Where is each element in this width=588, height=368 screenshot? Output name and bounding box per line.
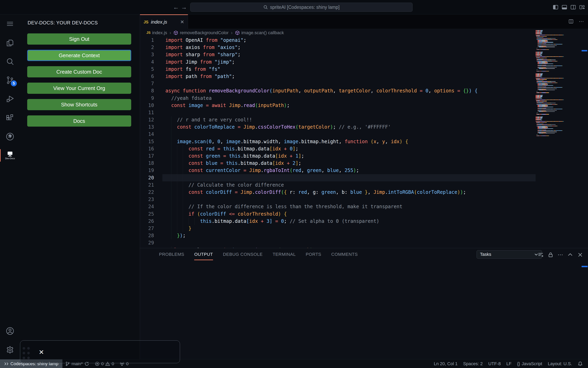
line-text: // r and t are very cool!! (165, 116, 252, 123)
keyboard-layout-status[interactable]: Layout: U.S. (545, 359, 575, 368)
eol-status[interactable]: LF (504, 359, 514, 368)
line-number: 24 (140, 203, 154, 210)
layout-sidebar-right-icon[interactable] (570, 4, 576, 10)
activity-item-settings[interactable] (0, 340, 20, 359)
breadcrumb-item[interactable]: removeBackgroundColor (173, 30, 228, 35)
activity-item-search[interactable] (0, 52, 20, 71)
activity-item-extensions[interactable] (0, 108, 20, 127)
close-icon[interactable]: ✕ (37, 348, 46, 356)
code-line-5[interactable]: 5import fs from "fs" (140, 66, 588, 73)
current-line-highlight (162, 174, 536, 181)
code-line-14[interactable]: 14 (140, 131, 588, 138)
view-your-current-org-button[interactable]: View Your Current Org (27, 83, 131, 94)
line-number: 12 (140, 116, 154, 123)
code-line-25[interactable]: 25 if (colorDiff <= colorThreshold) { (140, 210, 588, 218)
create-custom-doc-button[interactable]: Create Custom Doc (27, 66, 131, 77)
code-line-2[interactable]: 2import axios from "axios"; (140, 44, 588, 51)
line-number: 22 (140, 189, 154, 196)
code-line-6[interactable]: 6import path from "path"; (140, 73, 588, 80)
activity-item-run-and-debug[interactable] (0, 90, 20, 108)
search-icon (263, 5, 268, 9)
cursor-position-status[interactable]: Ln 20, Col 1 (431, 359, 460, 368)
lock-icon[interactable] (548, 252, 554, 258)
layout-sidebar-left-icon[interactable] (553, 4, 558, 10)
docs-button[interactable]: Docs (27, 115, 131, 127)
code-line-11[interactable]: 11 (140, 109, 588, 116)
language-status[interactable]: {} JavaScript (514, 359, 545, 368)
generate-context-button[interactable]: Generate Context (27, 50, 131, 61)
tab-indexjs[interactable]: JS index.js ✕ (140, 14, 188, 29)
code-line-30[interactable]: 30 let result = await image.writeAsync(o… (140, 246, 588, 248)
code-line-29[interactable]: 29 (140, 239, 588, 246)
code-line-12[interactable]: 12 // r and t are very cool!! (140, 116, 588, 123)
code-line-26[interactable]: 26 this.bitmap.data[idx + 3] = 0; // Set… (140, 218, 588, 225)
panel-tab-output[interactable]: OUTPUT (194, 248, 213, 261)
line-text: const green = this.bitmap.data[idx + 1]; (165, 152, 304, 160)
show-shortcuts-button[interactable]: Show Shortcuts (27, 99, 131, 110)
code-line-24[interactable]: 24 // If the color difference is less th… (140, 203, 588, 210)
code-line-23[interactable]: 23 (140, 196, 588, 203)
code-editor[interactable]: 1import OpenAI from "openai";2import axi… (140, 37, 588, 248)
code-line-7[interactable]: 7 (140, 80, 588, 87)
back-icon[interactable]: ← (172, 4, 180, 11)
breadcrumb-item[interactable]: JSindex.js (147, 30, 167, 35)
code-line-15[interactable]: 15 image.scan(0, 0, image.bitmap.width, … (140, 138, 588, 145)
code-line-18[interactable]: 18 const blue = this.bitmap.data[idx + 2… (140, 160, 588, 167)
activity-item-github[interactable] (0, 127, 20, 146)
code-line-22[interactable]: 22 const colorDiff = Jimp.colorDiff({ r:… (140, 189, 588, 196)
activity-item-source-control[interactable]: 5 (0, 71, 20, 90)
code-line-28[interactable]: 28 }); (140, 232, 588, 239)
code-line-4[interactable]: 4import Jimp from "jimp"; (140, 58, 588, 66)
code-line-9[interactable]: 9 //yeah fdsatea (140, 95, 588, 102)
indent-guide (177, 196, 177, 203)
drag-handle-dots[interactable] (23, 347, 30, 359)
indent-guide (171, 196, 171, 203)
panel-tab-comments[interactable]: COMMENTS (331, 248, 358, 261)
code-line-8[interactable]: 8async function removeBackgroundColor(in… (140, 87, 588, 94)
panel-scrollbar-accent (582, 266, 588, 267)
code-line-19[interactable]: 19 const currentColor = Jimp.rgbaToInt(r… (140, 167, 588, 174)
code-line-27[interactable]: 27 } (140, 225, 588, 232)
output-channel-select[interactable]: Tasks (477, 250, 542, 259)
clear-output-icon[interactable] (538, 252, 544, 258)
code-line-1[interactable]: 1import OpenAI from "openai"; (140, 37, 588, 44)
code-line-3[interactable]: 3import sharp from "sharp"; (140, 51, 588, 58)
code-line-10[interactable]: 10 const image = await Jimp.read(inputPa… (140, 102, 588, 109)
split-editor-icon[interactable] (568, 19, 574, 24)
more-actions-icon[interactable]: ⋯ (558, 252, 563, 258)
js-file-icon: JS (147, 31, 151, 35)
encoding-status[interactable]: UTF-8 (485, 359, 503, 368)
panel-tab-problems[interactable]: PROBLEMS (159, 248, 184, 261)
line-text: import path from "path"; (165, 73, 235, 80)
line-text: const currentColor = Jimp.rgbaToInt(red,… (165, 167, 359, 174)
panel-tab-ports[interactable]: PORTS (306, 248, 321, 261)
maximize-panel-icon[interactable] (567, 252, 573, 258)
sign-out-button[interactable]: Sign Out (27, 33, 131, 45)
code-line-21[interactable]: 21 // Calculate the color difference (140, 181, 588, 189)
layout-panel-icon[interactable] (562, 4, 567, 10)
indentation-status[interactable]: Spaces: 2 (460, 359, 486, 368)
customize-layout-icon[interactable] (579, 4, 585, 10)
code-line-20[interactable]: 20 (140, 174, 588, 181)
breadcrumb-separator: › (169, 30, 171, 36)
activity-item-menu[interactable] (0, 14, 20, 33)
activity-item-accounts[interactable] (0, 322, 20, 340)
notifications-bell[interactable] (575, 359, 586, 368)
code-line-16[interactable]: 16 const red = this.bitmap.data[idx + 0]… (140, 145, 588, 152)
title-bar: ← → spriteAI [Codespaces: shiny lamp] (0, 0, 588, 14)
code-line-13[interactable]: 13 const colorToReplace = Jimp.cssColorT… (140, 123, 588, 131)
minimap[interactable] (536, 30, 578, 248)
line-number: 20 (140, 174, 154, 181)
close-panel-icon[interactable] (577, 252, 583, 258)
panel-tab-debug-console[interactable]: DEBUG CONSOLE (223, 248, 263, 261)
sidebar-title: DEV-DOCS: YOUR DEV-DOCS (28, 20, 98, 26)
command-center-search[interactable]: spriteAI [Codespaces: shiny lamp] (190, 3, 413, 12)
panel-tab-terminal[interactable]: TERMINAL (273, 248, 296, 261)
code-line-17[interactable]: 17 const green = this.bitmap.data[idx + … (140, 152, 588, 160)
activity-item-explorer[interactable] (0, 33, 20, 52)
activity-item-dev-docs[interactable]: Dev-Docs (0, 146, 20, 165)
breadcrumb-item[interactable]: image.scan() callback (235, 30, 284, 35)
close-tab-icon[interactable]: ✕ (180, 19, 184, 25)
forward-icon[interactable]: → (180, 4, 188, 11)
indent-guide (171, 174, 171, 181)
